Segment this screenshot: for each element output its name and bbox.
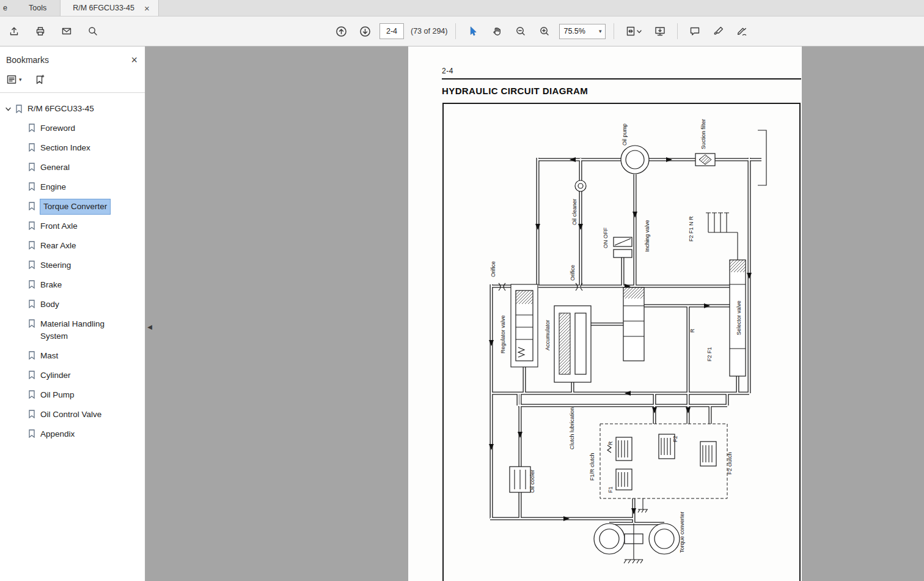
sidebar-item-general[interactable]: General [0,158,145,177]
bookmark-root-item[interactable]: R/M 6FGCU33-45 [0,99,145,119]
share-button[interactable] [5,22,23,40]
bookmark-icon [28,241,35,250]
toolbar-separator [455,23,456,39]
zoom-in-button[interactable] [535,22,554,40]
bookmark-icon [28,390,35,399]
next-page-button[interactable] [356,22,374,40]
sidebar-item-body[interactable]: Body [0,295,145,314]
header-rule [442,78,801,80]
sidebar-item-front-axle[interactable]: Front Axle [0,216,145,236]
diagram-label: Accumulator [544,320,551,350]
bookmarks-tree: R/M 6FGCU33-45 Foreword Section Index Ge… [0,93,145,444]
search-icon [87,26,98,37]
hand-tool-button[interactable] [488,22,506,40]
collapse-sidebar-button[interactable]: ◀ [146,319,153,335]
sidebar-item-brake[interactable]: Brake [0,275,145,295]
zoom-in-icon [539,26,550,37]
chevron-expanded-icon[interactable] [5,106,12,113]
bookmark-icon [28,261,35,269]
email-button[interactable] [57,22,76,40]
diagram-label: Torque converter [679,511,685,553]
bookmark-label: Rear Axle [40,240,76,252]
sidebar-item-appendix[interactable]: Appendix [0,424,145,444]
bookmark-icon [28,319,35,328]
diagram-label: Inching valve [644,220,650,252]
bookmark-icon [28,300,35,308]
diagram-svg: Oil pump Suction filter Oil cleaner ON O… [444,104,799,581]
share-icon [9,26,20,37]
toolbar-left-group [0,22,102,40]
highlight-button[interactable] [710,22,728,40]
sidebar-item-torque-converter[interactable]: Torque Converter [0,197,145,216]
search-button[interactable] [84,22,102,40]
cursor-icon [468,26,479,37]
zoom-level-value: 75.5% [563,27,585,35]
page-number-input[interactable] [380,23,404,39]
sidebar-item-mast[interactable]: Mast [0,346,145,366]
document-viewport[interactable]: ◀ 2-4 HYDRAULIC CIRCUIT DIAGRAM [145,46,924,581]
new-bookmark-icon [34,74,45,85]
diagram-label: Orifice [570,265,576,281]
email-icon [61,26,72,37]
bookmark-icon [28,163,35,171]
diagram-label: Clutch lubrication [569,407,575,450]
diagram-label: Suction filter [700,119,706,149]
diagram-label: Oil pump [622,124,628,146]
comment-button[interactable] [686,22,704,40]
clutch-f2b-symbol [700,442,716,466]
bookmark-label: Mast [40,350,58,362]
diagram-label: ON OFF [603,228,609,248]
sidebar-item-section-index[interactable]: Section Index [0,138,145,158]
diagram-label: R [689,328,695,333]
oil-pump-symbol [621,146,649,174]
clutch-r-symbol [607,437,632,461]
sidebar-item-oil-pump[interactable]: Oil Pump [0,385,145,405]
close-panel-icon[interactable]: × [131,54,138,65]
sidebar-item-engine[interactable]: Engine [0,177,145,197]
close-tab-icon[interactable]: × [144,4,150,13]
page-display-button[interactable] [622,22,645,40]
tab-tools[interactable]: Tools [15,0,60,16]
diagram-label: R [607,441,614,445]
sidebar-item-rear-axle[interactable]: Rear Axle [0,236,145,256]
sidebar-item-material-handling-system[interactable]: Material Handling System [0,314,145,346]
page-display-icon [626,26,642,37]
zoom-level-dropdown[interactable]: 75.5% ▾ [559,24,606,39]
highlighter-icon [713,26,724,37]
bookmarks-panel-toolbar: ▾ [0,69,145,93]
new-bookmark-button[interactable] [34,74,45,85]
bookmark-label: Body [40,298,59,311]
bookmark-label: Material Handling System [40,318,131,342]
bookmark-label: Section Index [40,142,90,154]
scroll-mode-button[interactable] [651,22,669,40]
sidebar-item-cylinder[interactable]: Cylinder [0,366,145,385]
diagram-label: Selector valve [736,300,742,335]
toolbar-center-group: (73 of 294) 75.5% ▾ [332,17,752,46]
diagram-label: Regulator valve [500,315,506,353]
main-toolbar: (73 of 294) 75.5% ▾ [0,17,924,46]
tab-document[interactable]: R/M 6FGCU33-45 × [60,0,159,16]
diagram-label: F2 F1 [706,347,713,361]
fill-sign-button[interactable] [733,22,752,40]
zoom-out-button[interactable] [512,22,530,40]
partial-tab[interactable]: e [0,0,15,16]
diagram-label: F2 F1 N R [688,216,694,242]
diagram-label: Oil cleaner [571,199,578,225]
sidebar-item-foreword[interactable]: Foreword [0,119,145,138]
previous-page-button[interactable] [332,22,350,40]
page-count-label: (73 of 294) [411,27,447,35]
torque-converter-symbol [594,524,680,554]
bookmark-icon [28,143,35,152]
sidebar-item-steering[interactable]: Steering [0,256,145,275]
drain-symbol-upper [638,498,648,513]
shift-lever-stubs [706,213,738,260]
zoom-out-icon [515,26,526,37]
regulator-valve-symbol [511,284,538,367]
chevron-down-icon: ▾ [19,76,22,83]
select-tool-button[interactable] [464,22,482,40]
page-up-icon [336,26,347,37]
tab-document-label: R/M 6FGCU33-45 [73,4,134,12]
print-button[interactable] [31,22,50,40]
sidebar-item-oil-control-valve[interactable]: Oil Control Valve [0,405,145,424]
bookmark-options-button[interactable]: ▾ [6,74,22,85]
